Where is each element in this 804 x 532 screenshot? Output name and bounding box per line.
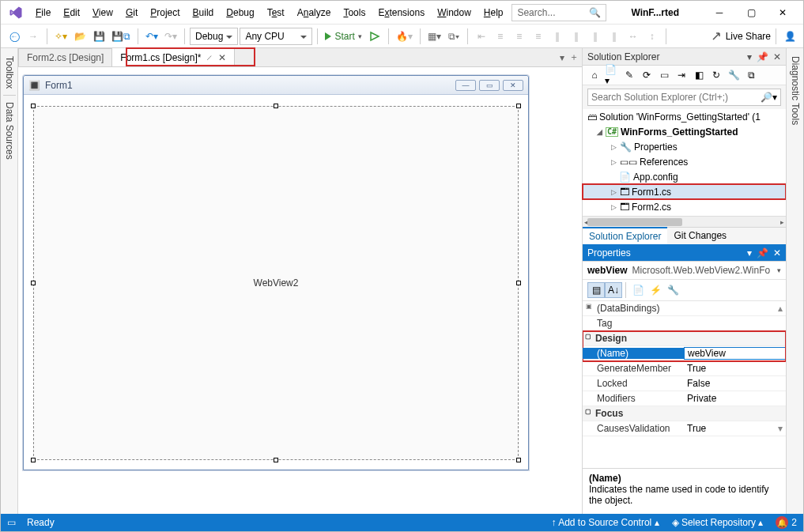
diagnostic-tools-tab[interactable]: Diagnostic Tools: [789, 51, 802, 130]
window-minimize-button[interactable]: ─: [704, 2, 735, 24]
redo-button[interactable]: ↷▾: [162, 28, 179, 45]
home-icon[interactable]: ⌂: [587, 68, 602, 82]
window-maximize-button[interactable]: ▢: [735, 2, 767, 24]
property-grid[interactable]: (DataBindings)▴ Tag Design (Name)webView…: [583, 301, 786, 468]
sync-icon[interactable]: ⟳: [640, 68, 654, 82]
tab-overflow-icon[interactable]: ▾: [560, 52, 564, 63]
menu-file[interactable]: File: [29, 4, 57, 21]
add-source-control-button[interactable]: ↑ Add to Source Control ▴: [551, 517, 659, 528]
resize-handle[interactable]: [516, 458, 521, 462]
refresh-icon[interactable]: ↻: [709, 68, 723, 82]
prop-cat-focus[interactable]: Focus: [583, 406, 786, 421]
window-close-button[interactable]: ✕: [767, 2, 798, 24]
switch-views-icon[interactable]: 📄▾: [605, 68, 619, 82]
platform-combo[interactable]: Any CPU: [240, 28, 312, 45]
panel-options-icon[interactable]: ▾: [747, 247, 752, 258]
properties-mode-icon[interactable]: 📄: [629, 282, 647, 298]
notification-bell-icon[interactable]: 🔔: [776, 516, 788, 529]
form2-node[interactable]: ▷🗔Form2.cs: [583, 199, 786, 214]
solution-search-box[interactable]: 🔎▾: [587, 89, 781, 106]
menu-project[interactable]: Project: [144, 4, 186, 21]
menu-analyze[interactable]: Analyze: [291, 4, 338, 21]
prop-cat-design[interactable]: Design: [583, 331, 786, 346]
references-node[interactable]: ▷▭▭References: [583, 154, 786, 169]
resize-handle[interactable]: [516, 281, 521, 285]
prop-name[interactable]: (Name)webView: [583, 346, 786, 361]
resize-handle[interactable]: [31, 458, 36, 462]
doc-tab-form2[interactable]: Form2.cs [Design]: [18, 48, 112, 66]
menu-build[interactable]: Build: [187, 4, 221, 21]
prop-locked[interactable]: LockedFalse: [583, 376, 786, 391]
menu-debug[interactable]: Debug: [220, 4, 260, 21]
solution-search-input[interactable]: [591, 92, 761, 103]
plus-icon[interactable]: ＋: [569, 51, 579, 64]
menu-test[interactable]: Test: [261, 4, 291, 21]
close-icon[interactable]: ✕: [773, 51, 781, 62]
tab-git-changes[interactable]: Git Changes: [667, 228, 733, 244]
hot-reload-button[interactable]: 🔥▾: [394, 28, 415, 45]
resize-handle[interactable]: [31, 281, 36, 285]
preview-icon[interactable]: ⧉: [744, 68, 758, 82]
show-all-icon[interactable]: ◧: [692, 68, 706, 82]
webview2-control[interactable]: WebView2: [33, 106, 519, 460]
form-designer-surface[interactable]: 🔳 Form1 — ▭ ✕ WebView2: [18, 67, 582, 514]
menu-edit[interactable]: Edit: [57, 4, 86, 21]
resize-handle[interactable]: [31, 104, 36, 108]
prop-generatemember[interactable]: GenerateMemberTrue: [583, 361, 786, 376]
collapse-icon[interactable]: ⇥: [674, 68, 689, 82]
menu-view[interactable]: View: [86, 4, 119, 21]
alpha-sort-icon[interactable]: A↓: [605, 282, 622, 298]
data-sources-tab[interactable]: Data Sources: [3, 97, 16, 164]
menu-help[interactable]: Help: [477, 4, 510, 21]
events-icon[interactable]: ⚡: [647, 282, 664, 298]
resize-handle[interactable]: [516, 104, 521, 108]
toolbox-tab[interactable]: Toolbox: [3, 51, 16, 93]
nav-forward-button[interactable]: →: [25, 28, 42, 45]
prop-databindings[interactable]: (DataBindings)▴: [583, 301, 786, 316]
prop-wrench-icon[interactable]: 🔧: [664, 282, 681, 298]
account-icon[interactable]: 👤: [781, 28, 798, 45]
start-debug-button[interactable]: Start ▾: [323, 28, 364, 45]
save-button[interactable]: 💾: [90, 28, 108, 45]
prop-tag[interactable]: Tag: [583, 316, 786, 331]
undo-button[interactable]: ↶▾: [143, 28, 160, 45]
prop-modifiers[interactable]: ModifiersPrivate: [583, 391, 786, 406]
pin-icon[interactable]: 📌: [757, 51, 768, 62]
select-repository-button[interactable]: ◈ Select Repository ▴: [672, 517, 764, 528]
save-all-button[interactable]: 💾⧉: [109, 28, 133, 45]
live-share-button[interactable]: Live Share: [711, 31, 771, 42]
collapse-icon[interactable]: ◢: [595, 128, 603, 136]
new-item-button[interactable]: ✧▾: [52, 28, 70, 45]
properties-object-selector[interactable]: webView Microsoft.Web.WebView2.WinFo ▾: [583, 262, 786, 280]
solution-tree[interactable]: 🗃 Solution 'WinForms_GettingStarted' (1 …: [583, 109, 786, 216]
properties-icon[interactable]: 🔧: [727, 68, 741, 82]
layout-grid-icon[interactable]: ▦▾: [425, 28, 444, 45]
resize-handle[interactable]: [274, 458, 278, 462]
search-box[interactable]: Search... 🔍: [511, 4, 606, 21]
open-button[interactable]: 📂: [71, 28, 89, 45]
tab-solution-explorer[interactable]: Solution Explorer: [583, 227, 667, 244]
categorized-icon[interactable]: ▤: [587, 282, 605, 298]
startup-project-display[interactable]: WinF...rted: [622, 5, 688, 21]
menu-window[interactable]: Window: [431, 4, 477, 21]
project-node[interactable]: ◢ C# WinForms_GettingStarted: [583, 124, 786, 139]
dropdown-icon[interactable]: ▾: [777, 266, 781, 274]
form1-node[interactable]: ▷🗔Form1.cs: [583, 184, 786, 199]
properties-node[interactable]: ▷🔧Properties: [583, 139, 786, 154]
config-combo[interactable]: Debug: [190, 28, 238, 45]
menu-tools[interactable]: Tools: [337, 4, 372, 21]
layout-opt-icon[interactable]: ⧉▾: [445, 28, 462, 45]
solution-node[interactable]: 🗃 Solution 'WinForms_GettingStarted' (1: [583, 109, 786, 124]
pending-icon[interactable]: ✎: [622, 68, 636, 82]
menu-extensions[interactable]: Extensions: [372, 4, 431, 21]
start-no-debug-button[interactable]: [366, 28, 383, 45]
panel-options-icon[interactable]: ▾: [747, 51, 752, 62]
tree-scrollbar[interactable]: ◂▸: [583, 216, 786, 227]
nav-back-button[interactable]: ◯←: [6, 28, 23, 45]
resize-handle[interactable]: [274, 104, 278, 108]
filter-icon[interactable]: ▭: [657, 68, 671, 82]
close-icon[interactable]: ✕: [773, 247, 781, 258]
menu-git[interactable]: Git: [119, 4, 144, 21]
prop-causesvalidation[interactable]: CausesValidationTrue▾: [583, 421, 786, 436]
appconfig-node[interactable]: 📄App.config: [583, 169, 786, 184]
